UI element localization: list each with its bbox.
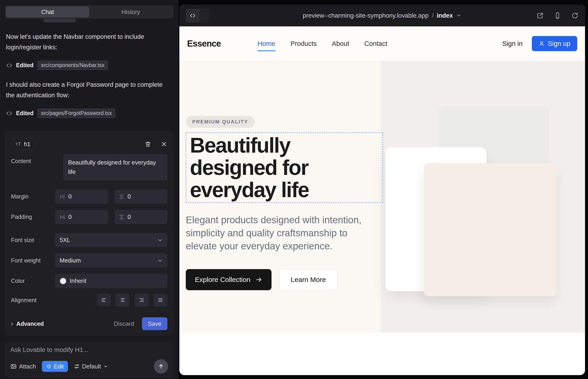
premium-quality-badge: PREMIUM QUALITY — [186, 116, 255, 128]
edited-file-badge[interactable]: src/components/Navbar.tsx — [37, 60, 108, 70]
code-view-toggle[interactable] — [186, 9, 210, 22]
content-textarea[interactable]: Beautifully designed for everyday life — [63, 154, 167, 181]
alignment-field-row: Alignment — [11, 294, 167, 306]
hero-heading[interactable]: Beautifully designed for everyday life — [190, 134, 379, 201]
margin-y-input[interactable]: 0 — [114, 189, 167, 204]
site-preview: Essence Home Products About Contact Sign… — [179, 26, 585, 375]
element-editor-panel: тT h1 Content Beautifully designed for e… — [5, 131, 174, 336]
composer-input[interactable] — [10, 346, 168, 354]
vertical-padding-icon — [119, 214, 124, 220]
tab-history[interactable]: History — [89, 6, 172, 17]
edit-mode-button[interactable]: Edit — [42, 361, 68, 372]
font-weight-select[interactable]: Medium — [55, 253, 167, 268]
nav-link-about[interactable]: About — [332, 40, 349, 47]
element-tag: h1 — [24, 141, 31, 147]
align-center-button[interactable] — [116, 294, 130, 306]
file-edit-row: Edited src/pages/ForgotPassword.tsx — [6, 108, 172, 118]
code-icon — [6, 110, 12, 117]
font-size-field-row: Font size 5XL — [11, 233, 167, 247]
send-button[interactable] — [154, 359, 168, 374]
discard-button[interactable]: Discard — [114, 320, 134, 327]
editor-header: тT h1 — [11, 137, 167, 151]
chevron-down-icon — [157, 257, 163, 264]
nav-link-contact[interactable]: Contact — [364, 40, 387, 47]
vertical-spacing-icon — [119, 194, 124, 199]
panel-tabs: Chat History — [5, 5, 174, 19]
font-weight-field-row: Font weight Medium — [11, 253, 167, 268]
color-field-row: Color Inherit — [11, 274, 167, 288]
sliders-icon — [74, 363, 80, 369]
explore-collection-button[interactable]: Explore Collection — [186, 269, 272, 290]
nav-link-home[interactable]: Home — [258, 40, 275, 47]
hero-section: PREMIUM QUALITY Beautifully designed for… — [179, 61, 585, 333]
align-left-button[interactable] — [97, 294, 111, 306]
font-size-select[interactable]: 5XL — [55, 233, 167, 247]
composer-toolbar: Attach Edit Default — [10, 359, 168, 374]
save-button[interactable]: Save — [142, 317, 167, 330]
chevron-down-icon — [157, 237, 163, 243]
assistant-message: I should also create a Forgot Password p… — [6, 79, 167, 100]
hero-description[interactable]: Elegant products designed with intention… — [186, 213, 368, 253]
margin-field-row: Margin 0 0 — [11, 189, 167, 204]
edited-file-badge[interactable]: src/pages/ForgotPassword.tsx — [37, 108, 115, 118]
preview-toolbar: preview--charming-site-symphony.lovable.… — [179, 5, 585, 26]
site-brand[interactable]: Essence — [187, 39, 221, 49]
preview-url: preview--charming-site-symphony.lovable.… — [303, 12, 429, 19]
toggle-handle — [200, 9, 210, 22]
color-select[interactable]: Inherit — [55, 274, 167, 288]
edit-action-label: Edited — [16, 62, 33, 69]
arrow-right-icon — [255, 276, 262, 283]
code-icon — [186, 9, 200, 22]
typography-icon: тT — [15, 141, 21, 147]
site-nav-links: Home Products About Contact — [258, 40, 387, 47]
mobile-view-icon[interactable] — [554, 12, 561, 19]
chevron-right-icon: › — [11, 320, 13, 327]
padding-label: Padding — [11, 214, 55, 220]
sign-in-link[interactable]: Sign in — [502, 40, 523, 47]
horizontal-padding-icon — [60, 214, 65, 220]
margin-label: Margin — [11, 193, 55, 200]
padding-y-input[interactable]: 0 — [114, 210, 167, 224]
advanced-toggle[interactable]: › Advanced — [11, 320, 44, 327]
nav-link-products[interactable]: Products — [291, 40, 317, 47]
chat-messages: Now let's update the Navbar component to… — [0, 32, 178, 118]
horizontal-spacing-icon — [60, 194, 65, 199]
code-icon — [6, 62, 12, 69]
chevron-down-icon — [456, 13, 462, 18]
chat-composer: Attach Edit Default — [5, 342, 174, 378]
color-swatch — [60, 278, 66, 284]
align-right-button[interactable] — [134, 294, 149, 306]
default-model-selector[interactable]: Default — [74, 363, 108, 370]
delete-element-button[interactable] — [144, 141, 151, 147]
padding-x-input[interactable]: 0 — [55, 210, 108, 224]
refresh-icon[interactable] — [571, 12, 579, 19]
align-right-icon — [139, 297, 144, 303]
url-separator: / — [432, 12, 434, 19]
preview-area: preview--charming-site-symphony.lovable.… — [178, 0, 588, 379]
align-justify-button[interactable] — [153, 294, 167, 306]
element-tag-badge: тT h1 — [11, 138, 35, 150]
arrow-up-icon — [158, 363, 164, 370]
align-justify-icon — [157, 297, 163, 303]
app-root: Chat History Now let's update the Navbar… — [0, 0, 588, 379]
margin-x-input[interactable]: 0 — [55, 189, 108, 204]
image-attach-icon — [10, 363, 17, 370]
color-label: Color — [11, 278, 55, 284]
preview-url-selector[interactable]: preview--charming-site-symphony.lovable.… — [303, 12, 462, 19]
close-editor-button[interactable] — [160, 141, 167, 147]
sign-up-button[interactable]: Sign up — [532, 36, 577, 51]
tab-chat[interactable]: Chat — [6, 6, 89, 17]
padding-field-row: Padding 0 0 — [11, 210, 167, 224]
site-navbar: Essence Home Products About Contact Sign… — [179, 26, 585, 61]
h1-selection-outline[interactable]: Beautifully designed for everyday life — [186, 132, 383, 203]
open-external-icon[interactable] — [536, 12, 544, 19]
edit-action-label: Edited — [16, 110, 33, 117]
file-edit-row: Edited src/components/Navbar.tsx — [6, 60, 172, 70]
assistant-message: Now let's update the Navbar component to… — [6, 32, 167, 52]
attach-button[interactable]: Attach — [10, 363, 36, 370]
user-icon — [539, 41, 545, 47]
alignment-label: Alignment — [11, 297, 63, 303]
content-label: Content — [11, 158, 63, 164]
learn-more-button[interactable]: Learn More — [279, 269, 337, 290]
font-size-label: Font size — [11, 237, 55, 243]
